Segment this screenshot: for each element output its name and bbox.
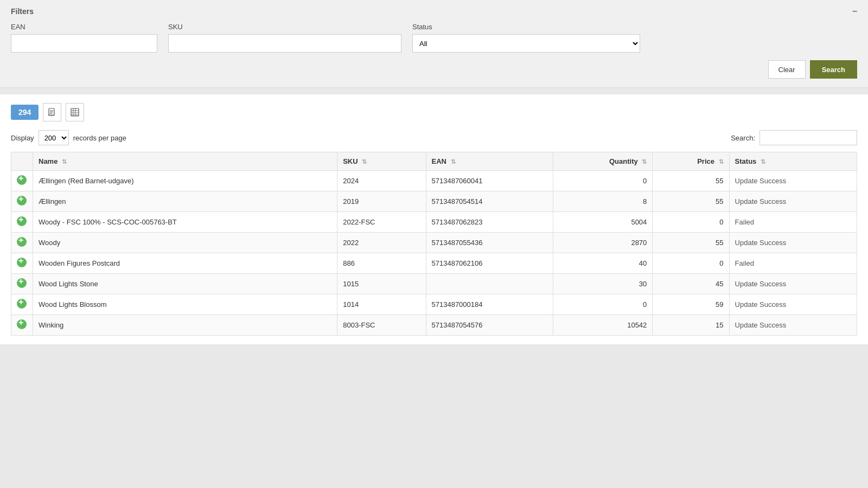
- row-status-icon-cell[interactable]: [11, 233, 33, 253]
- row-name: Woody: [33, 233, 337, 253]
- row-sku: 2019: [337, 191, 426, 212]
- row-status: Update Success: [729, 315, 857, 336]
- row-icon[interactable]: [17, 175, 27, 185]
- table-search-input[interactable]: [760, 130, 857, 145]
- row-status-icon-cell[interactable]: [11, 315, 33, 336]
- col-ean[interactable]: EAN ⇅: [426, 152, 553, 171]
- row-quantity: 5004: [553, 212, 653, 233]
- results-toolbar: 294 CSV: [11, 103, 857, 121]
- col-quantity[interactable]: Quantity ⇅: [553, 152, 653, 171]
- row-status: Update Success: [729, 294, 857, 315]
- ean-input[interactable]: [11, 34, 157, 53]
- name-sort-icon: ⇅: [62, 158, 67, 165]
- filter-group-status: Status All Update Success Failed: [412, 23, 640, 53]
- row-ean: 5713487062106: [426, 253, 553, 274]
- row-name: Wood Lights Stone: [33, 274, 337, 294]
- row-icon[interactable]: [17, 278, 27, 288]
- row-name: Winking: [33, 315, 337, 336]
- col-sku[interactable]: SKU ⇅: [337, 152, 426, 171]
- row-ean: 5713487062823: [426, 212, 553, 233]
- per-page-select[interactable]: 50 100 200 500: [39, 130, 69, 145]
- table-body: Ællingen (Red Barnet-udgave) 2024 571348…: [11, 171, 857, 336]
- row-price: 59: [653, 294, 729, 315]
- row-icon[interactable]: [17, 258, 27, 267]
- col-icon: [11, 152, 33, 171]
- filters-title: Filters −: [11, 7, 857, 16]
- col-price[interactable]: Price ⇅: [653, 152, 729, 171]
- ean-sort-icon: ⇅: [451, 158, 456, 165]
- row-price: 55: [653, 191, 729, 212]
- row-status-icon-cell[interactable]: [11, 171, 33, 191]
- export-excel-button[interactable]: [66, 103, 84, 121]
- row-price: 15: [653, 315, 729, 336]
- sku-input[interactable]: [168, 34, 401, 53]
- table-row: Ællingen 2019 5713487054514 8 55 Update …: [11, 191, 857, 212]
- row-ean: 5713487000184: [426, 294, 553, 315]
- row-sku: 1015: [337, 274, 426, 294]
- row-quantity: 8: [553, 191, 653, 212]
- row-price: 0: [653, 212, 729, 233]
- row-price: 55: [653, 171, 729, 191]
- col-status[interactable]: Status ⇅: [729, 152, 857, 171]
- sku-sort-icon: ⇅: [362, 158, 367, 165]
- row-name: Ællingen: [33, 191, 337, 212]
- records-per-page-label: records per page: [73, 134, 126, 142]
- row-ean: 5713487060041: [426, 171, 553, 191]
- row-icon[interactable]: [17, 237, 27, 247]
- export-csv-button[interactable]: CSV: [43, 103, 61, 121]
- ean-label: EAN: [11, 23, 157, 31]
- table-row: Woody 2022 5713487055436 2870 55 Update …: [11, 233, 857, 253]
- row-icon[interactable]: [17, 216, 27, 226]
- row-status: Failed: [729, 253, 857, 274]
- row-quantity: 30: [553, 274, 653, 294]
- row-name: Wooden Figures Postcard: [33, 253, 337, 274]
- search-button[interactable]: Search: [810, 60, 857, 79]
- excel-icon: [71, 108, 79, 117]
- status-label: Status: [412, 23, 640, 31]
- row-icon[interactable]: [17, 196, 27, 206]
- filters-actions: Clear Search: [11, 60, 857, 79]
- col-name[interactable]: Name ⇅: [33, 152, 337, 171]
- display-row: Display 50 100 200 500 records per page …: [11, 130, 857, 145]
- row-ean: 5713487054576: [426, 315, 553, 336]
- svg-text:CSV: CSV: [48, 113, 54, 117]
- table-row: Wood Lights Blossom 1014 5713487000184 0…: [11, 294, 857, 315]
- row-sku: 2024: [337, 171, 426, 191]
- results-count: 294: [11, 105, 39, 120]
- collapse-icon[interactable]: −: [852, 7, 857, 16]
- row-price: 45: [653, 274, 729, 294]
- csv-icon: CSV: [48, 108, 56, 117]
- row-price: 0: [653, 253, 729, 274]
- table-row: Wood Lights Stone 1015 30 45 Update Succ…: [11, 274, 857, 294]
- row-status-icon-cell[interactable]: [11, 212, 33, 233]
- filters-row: EAN SKU Status All Update Success Failed: [11, 23, 857, 53]
- table-row: Ællingen (Red Barnet-udgave) 2024 571348…: [11, 171, 857, 191]
- sku-label: SKU: [168, 23, 401, 31]
- filters-panel: Filters − EAN SKU Status All Update Succ…: [0, 0, 868, 88]
- table-search-label: Search:: [731, 134, 755, 142]
- quantity-sort-icon: ⇅: [642, 158, 647, 165]
- row-status: Update Success: [729, 233, 857, 253]
- status-select[interactable]: All Update Success Failed: [412, 34, 640, 53]
- row-status: Failed: [729, 212, 857, 233]
- row-status-icon-cell[interactable]: [11, 274, 33, 294]
- table-row: Winking 8003-FSC 5713487054576 10542 15 …: [11, 315, 857, 336]
- filter-group-ean: EAN: [11, 23, 157, 53]
- row-status-icon-cell[interactable]: [11, 191, 33, 212]
- row-status-icon-cell[interactable]: [11, 253, 33, 274]
- data-table: Name ⇅ SKU ⇅ EAN ⇅ Quantity ⇅ Price ⇅ St…: [11, 152, 857, 336]
- row-icon[interactable]: [17, 319, 27, 329]
- row-sku: 886: [337, 253, 426, 274]
- clear-button[interactable]: Clear: [768, 60, 806, 79]
- filter-group-sku: SKU: [168, 23, 401, 53]
- status-sort-icon: ⇅: [761, 158, 765, 165]
- row-status: Update Success: [729, 274, 857, 294]
- row-status-icon-cell[interactable]: [11, 294, 33, 315]
- row-sku: 2022-FSC: [337, 212, 426, 233]
- filters-heading: Filters: [11, 7, 34, 16]
- row-sku: 8003-FSC: [337, 315, 426, 336]
- results-section: 294 CSV Display 50 100: [0, 94, 868, 344]
- price-sort-icon: ⇅: [719, 158, 724, 165]
- table-search-bar: Search:: [731, 130, 857, 145]
- row-icon[interactable]: [17, 299, 27, 309]
